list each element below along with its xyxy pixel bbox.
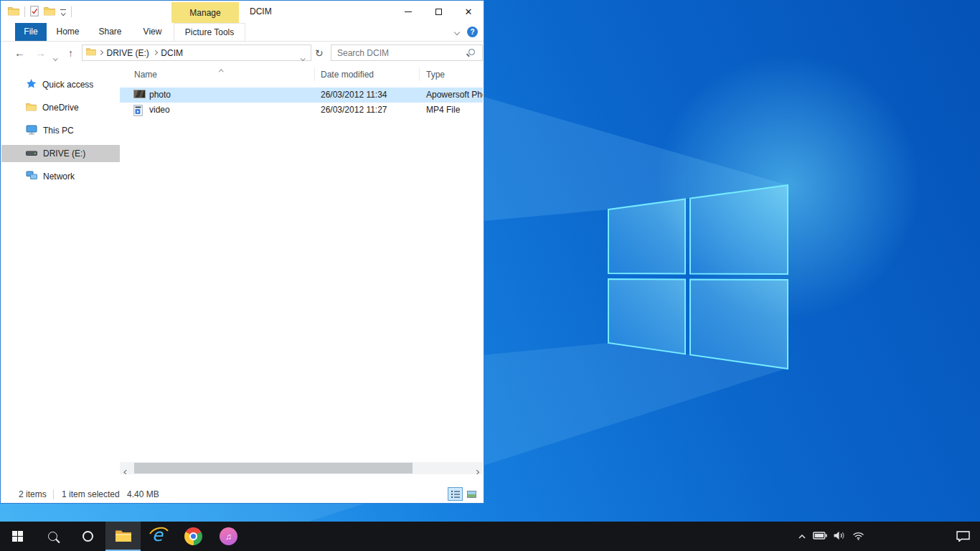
file-type: Apowersoft Pho [426,90,483,100]
search-box[interactable] [331,44,483,61]
start-button[interactable] [0,522,35,551]
internet-explorer-button[interactable]: e [141,522,176,551]
file-list-pane: Name Date modified Type photo 26/03/2012… [120,64,483,474]
tray-chevron-up-icon[interactable] [798,532,806,542]
column-divider[interactable] [419,67,420,81]
contextual-tab-badge[interactable]: Manage [171,2,239,23]
status-divider [53,489,54,499]
search-input[interactable] [331,45,482,60]
up-button[interactable]: ↑ [68,42,73,64]
selection-status: 1 item selected [62,489,120,499]
quick-access-toolbar [8,1,72,23]
sidebar-item-network[interactable]: Network [1,168,120,185]
sidebar-item-label: This PC [43,126,74,136]
itunes-button[interactable]: ♫ [211,522,246,551]
sidebar-item-label: DRIVE (E:) [43,149,85,159]
this-pc-monitor-icon [26,125,37,137]
tab-file[interactable]: File [15,23,47,41]
refresh-icon[interactable]: ↻ [315,42,324,64]
address-dropdown-icon[interactable] [301,52,305,62]
network-computers-icon [26,171,37,182]
recent-locations-icon[interactable] [54,52,57,62]
properties-icon[interactable] [30,6,39,19]
windows-logo-wallpaper [608,184,788,369]
window-controls: ✕ [393,1,484,23]
toolbar-divider [71,6,72,17]
close-button[interactable]: ✕ [453,1,484,23]
breadcrumb-drive[interactable]: DRIVE (E:) [103,48,154,58]
photo-thumbnail-icon [133,90,146,98]
column-divider[interactable] [314,67,315,81]
minimize-button[interactable] [393,1,423,23]
itunes-icon: ♫ [220,527,237,545]
forward-button[interactable]: → [35,42,46,64]
view-toggle-buttons [448,487,479,501]
file-explorer-icon [115,529,132,545]
title-bar: Manage DCIM ✕ [1,1,484,23]
screen: Manage DCIM ✕ File Home Share View Pictu… [0,0,980,551]
details-view-icon [451,491,460,498]
column-header-name[interactable]: Name [134,70,157,80]
navigation-bar: ← → ↑ DRIVE (E:) DCIM ↻ [1,42,484,64]
file-type: MP4 File [426,105,460,115]
volume-icon[interactable] [834,531,846,542]
tab-home[interactable]: Home [47,23,89,41]
sidebar-item-label: OneDrive [42,103,79,113]
sidebar-item-label: Network [43,171,75,182]
scrollbar-thumb[interactable] [134,463,413,474]
toolbar-divider [24,6,25,17]
action-center-button[interactable] [946,522,980,551]
help-icon[interactable]: ? [467,27,478,37]
expand-ribbon-icon[interactable] [454,29,460,34]
chrome-button[interactable] [176,522,211,551]
quick-access-star-icon [26,78,37,91]
new-folder-icon[interactable] [44,6,55,18]
cortana-button[interactable] [70,522,105,551]
tab-share[interactable]: Share [89,23,131,41]
internet-explorer-icon: e [149,526,169,547]
column-header-type[interactable]: Type [426,70,445,80]
sidebar-item-onedrive[interactable]: OneDrive [1,99,120,116]
selection-size: 4.40 MB [127,489,159,499]
taskbar-search-button[interactable] [35,522,70,551]
horizontal-scrollbar[interactable] [120,462,483,474]
scroll-right-icon[interactable] [475,466,479,474]
battery-icon[interactable] [813,532,827,542]
file-name: video [149,105,170,115]
search-icon[interactable] [468,49,475,55]
sort-ascending-icon [220,65,223,75]
scroll-left-icon[interactable] [125,466,128,474]
search-icon [48,532,57,541]
tab-picture-tools[interactable]: Picture Tools [174,23,245,41]
file-explorer-window: Manage DCIM ✕ File Home Share View Pictu… [0,0,484,504]
system-tray [798,522,864,551]
thumbnail-view-button[interactable] [464,487,479,501]
maximize-icon [435,9,442,15]
details-view-button[interactable] [448,487,463,501]
file-row-video[interactable]: video 26/03/2012 11:27 MP4 File [120,103,483,118]
window-title: DCIM [250,1,272,23]
sidebar-item-this-pc[interactable]: This PC [1,122,120,139]
maximize-button[interactable] [423,1,453,23]
sidebar-item-quick-access[interactable]: Quick access [1,76,120,93]
file-date-modified: 26/03/2012 11:34 [321,90,387,100]
tab-view[interactable]: View [131,23,174,41]
action-center-icon [956,531,970,542]
taskbar-file-explorer-button[interactable] [105,522,141,551]
address-folder-icon [86,47,96,58]
items-count: 2 items [19,489,47,499]
sidebar-item-label: Quick access [42,80,93,90]
back-button[interactable]: ← [14,42,25,64]
cortana-icon [83,531,93,542]
chrome-icon [184,527,202,545]
customize-quick-access-icon[interactable] [60,9,66,15]
navigation-pane: Quick access OneDrive This PC DRIVE (E:) [1,64,120,474]
breadcrumb-dcim[interactable]: DCIM [156,48,187,58]
column-header-date-modified[interactable]: Date modified [321,70,374,80]
address-bar[interactable]: DRIVE (E:) DCIM [82,44,311,61]
folder-icon[interactable] [8,6,19,18]
sidebar-item-drive-e[interactable]: DRIVE (E:) [1,145,120,162]
file-row-photo[interactable]: photo 26/03/2012 11:34 Apowersoft Pho [120,88,483,103]
thumbnail-view-icon [467,491,476,498]
wifi-icon[interactable] [852,531,864,542]
